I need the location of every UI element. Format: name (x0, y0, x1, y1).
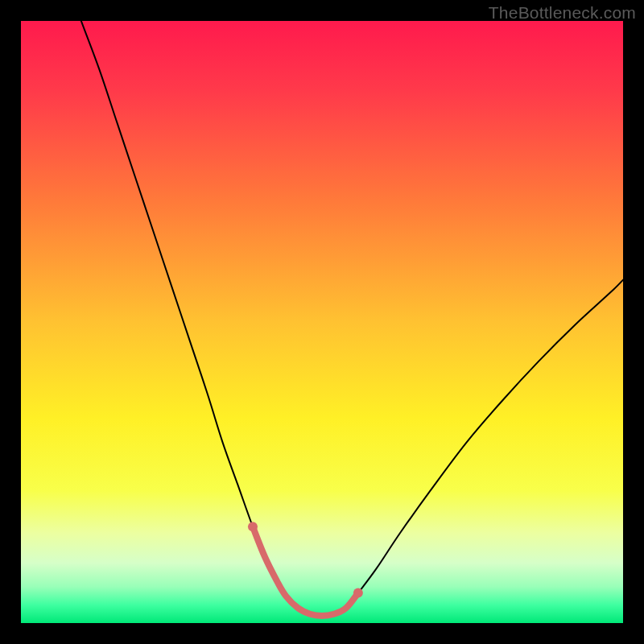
bottleneck-highlight (253, 526, 358, 616)
highlight-endpoint (248, 522, 258, 531)
bottleneck-curve (81, 21, 623, 616)
curve-layer (21, 21, 623, 623)
plot-area (21, 21, 623, 623)
highlight-endpoint (353, 588, 363, 598)
chart-frame: TheBottleneck.com (0, 0, 644, 644)
watermark-text: TheBottleneck.com (489, 3, 636, 23)
